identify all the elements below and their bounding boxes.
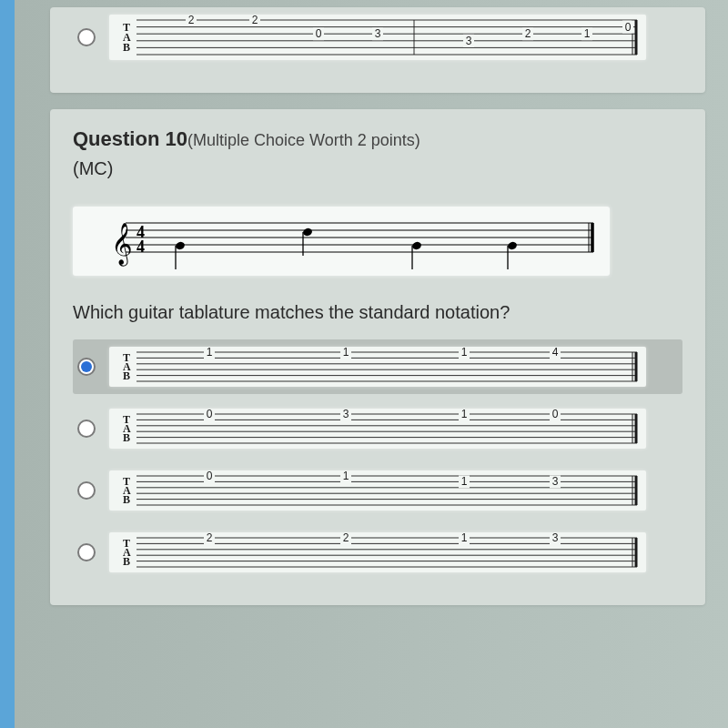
svg-text:1: 1	[207, 347, 213, 359]
svg-text:1: 1	[461, 347, 468, 359]
radio-unselected[interactable]	[77, 28, 96, 46]
svg-text:2: 2	[207, 532, 213, 544]
question-card: Question 10(Multiple Choice Worth 2 poin…	[50, 109, 705, 605]
radio-unselected[interactable]	[77, 420, 96, 438]
tab-diagram: TAB22033210	[109, 15, 646, 60]
question-prompt: Which guitar tablature matches the stand…	[73, 302, 682, 323]
svg-text:1: 1	[461, 532, 468, 544]
svg-text:B: B	[123, 369, 130, 382]
standard-notation: 𝄞44	[73, 207, 610, 276]
option-row-3[interactable]: TAB0113	[73, 463, 682, 518]
option-row-1[interactable]: TAB1114	[73, 339, 682, 394]
svg-text:0: 0	[552, 409, 559, 420]
option-row-4[interactable]: TAB2213	[73, 525, 682, 580]
option-row-2[interactable]: TAB0310	[73, 401, 682, 456]
svg-text:0: 0	[625, 21, 632, 34]
svg-text:2: 2	[525, 27, 531, 40]
svg-text:1: 1	[343, 347, 349, 359]
svg-text:0: 0	[207, 409, 213, 420]
radio-selected[interactable]	[77, 358, 96, 376]
svg-text:3: 3	[375, 27, 381, 40]
question-type-label: (MC)	[73, 158, 682, 179]
svg-text:0: 0	[316, 27, 322, 40]
svg-point-44	[507, 241, 518, 251]
tab-diagram: TAB0113	[109, 470, 646, 511]
svg-text:2: 2	[188, 15, 195, 26]
radio-unselected[interactable]	[77, 481, 96, 500]
svg-text:3: 3	[552, 475, 559, 488]
svg-text:4: 4	[136, 238, 145, 256]
svg-text:1: 1	[584, 27, 591, 40]
svg-point-40	[302, 228, 313, 238]
svg-text:4: 4	[552, 347, 559, 359]
question-points-label: (Multiple Choice Worth 2 points)	[187, 131, 420, 149]
tab-diagram: TAB0310	[109, 409, 646, 449]
svg-text:B: B	[123, 41, 130, 54]
svg-point-38	[175, 241, 186, 251]
svg-text:3: 3	[552, 532, 559, 544]
svg-text:2: 2	[343, 532, 349, 544]
svg-text:𝄞: 𝄞	[111, 223, 133, 267]
svg-text:1: 1	[461, 409, 468, 420]
question-header: Question 10(Multiple Choice Worth 2 poin…	[73, 127, 682, 151]
question-number-label: Question 10	[73, 127, 187, 150]
option-row[interactable]: TAB22033210	[73, 7, 682, 67]
svg-text:B: B	[123, 555, 130, 568]
svg-text:1: 1	[343, 470, 349, 482]
previous-question-card: TAB22033210	[50, 7, 705, 93]
svg-text:2: 2	[252, 15, 258, 26]
svg-text:B: B	[123, 431, 130, 444]
svg-text:B: B	[123, 493, 130, 506]
radio-unselected[interactable]	[77, 543, 96, 561]
svg-point-42	[411, 241, 422, 251]
svg-text:3: 3	[466, 35, 472, 47]
svg-text:3: 3	[343, 409, 349, 420]
tab-diagram: TAB2213	[109, 532, 646, 572]
tab-diagram: TAB1114	[109, 347, 646, 387]
svg-text:1: 1	[461, 475, 468, 488]
svg-text:0: 0	[207, 470, 213, 482]
